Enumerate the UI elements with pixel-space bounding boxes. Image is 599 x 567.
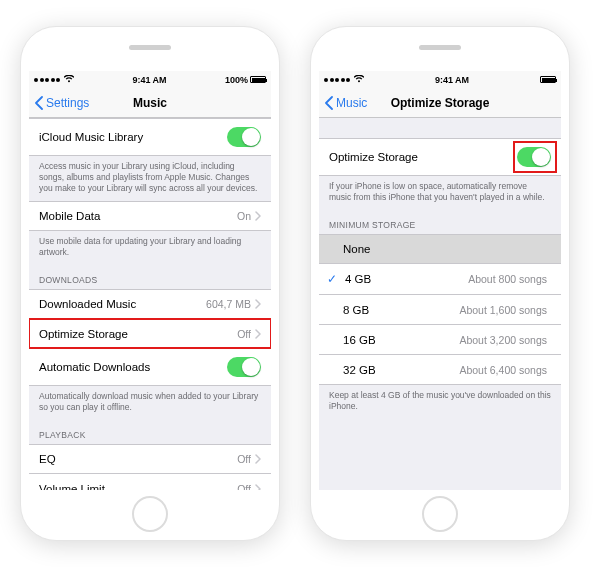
option-size: 4 GB	[345, 273, 468, 285]
home-button[interactable]	[422, 496, 458, 532]
hint-auto-dl: Automatically download music when added …	[29, 386, 271, 420]
chevron-right-icon	[255, 299, 261, 309]
option-size: 32 GB	[343, 364, 459, 376]
option-size: 16 GB	[343, 334, 459, 346]
row-optimize-storage[interactable]: Optimize Storage Off	[29, 319, 271, 349]
option-songs: About 6,400 songs	[459, 364, 547, 376]
row-optimize-toggle[interactable]: Optimize Storage	[319, 138, 561, 176]
wifi-icon	[354, 75, 364, 85]
row-label: Optimize Storage	[329, 151, 517, 163]
option-songs: About 3,200 songs	[459, 334, 547, 346]
row-value: Off	[237, 453, 251, 465]
row-label: Automatic Downloads	[39, 361, 227, 373]
option-size: None	[343, 243, 551, 255]
battery-pct: 100%	[225, 75, 248, 85]
phone-right: 9:41 AM Music Optimize Storage Optimize …	[310, 26, 570, 541]
option-16gb[interactable]: 16 GB About 3,200 songs	[319, 325, 561, 355]
toggle-icloud-music[interactable]	[227, 127, 261, 147]
back-button[interactable]: Music	[325, 96, 367, 110]
footer-note: Keep at least 4 GB of the music you've d…	[319, 385, 561, 419]
phone-left: 9:41 AM 100% Settings Music iCloud Music…	[20, 26, 280, 541]
row-label: EQ	[39, 453, 237, 465]
row-automatic-downloads[interactable]: Automatic Downloads	[29, 349, 271, 386]
option-songs: About 1,600 songs	[459, 304, 547, 316]
option-8gb[interactable]: 8 GB About 1,600 songs	[319, 295, 561, 325]
status-bar: 9:41 AM	[319, 71, 561, 88]
hint-optimize: If your iPhone is low on space, automati…	[319, 176, 561, 210]
section-minimum-storage: MINIMUM STORAGE	[319, 210, 561, 234]
row-label: Optimize Storage	[39, 328, 237, 340]
row-eq[interactable]: EQ Off	[29, 444, 271, 474]
nav-bar: Music Optimize Storage	[319, 88, 561, 118]
row-downloaded-music[interactable]: Downloaded Music 604,7 MB	[29, 289, 271, 319]
battery-indicator: 100%	[225, 75, 266, 85]
section-downloads: DOWNLOADS	[29, 265, 271, 289]
hint-mobile-data: Use mobile data for updating your Librar…	[29, 231, 271, 265]
row-label: Downloaded Music	[39, 298, 206, 310]
back-label: Settings	[46, 96, 89, 110]
status-time: 9:41 AM	[364, 75, 540, 85]
toggle-optimize-storage[interactable]	[517, 147, 551, 167]
hint-icloud: Access music in your Library using iClou…	[29, 156, 271, 201]
chevron-right-icon	[255, 484, 261, 490]
option-songs: About 800 songs	[468, 273, 547, 285]
row-mobile-data[interactable]: Mobile Data On	[29, 201, 271, 231]
row-value: Off	[237, 328, 251, 340]
back-label: Music	[336, 96, 367, 110]
phone-speaker	[419, 45, 461, 50]
option-none[interactable]: None	[319, 234, 561, 264]
status-time: 9:41 AM	[74, 75, 225, 85]
row-icloud-music-library[interactable]: iCloud Music Library	[29, 118, 271, 156]
optimize-content: Optimize Storage If your iPhone is low o…	[319, 118, 561, 490]
row-label: iCloud Music Library	[39, 131, 227, 143]
row-volume-limit[interactable]: Volume Limit Off	[29, 474, 271, 490]
status-bar: 9:41 AM 100%	[29, 71, 271, 88]
row-value: 604,7 MB	[206, 298, 251, 310]
chevron-right-icon	[255, 454, 261, 464]
settings-content: iCloud Music Library Access music in you…	[29, 118, 271, 490]
toggle-automatic-downloads[interactable]	[227, 357, 261, 377]
option-size: 8 GB	[343, 304, 459, 316]
section-playback: PLAYBACK	[29, 420, 271, 444]
row-value: On	[237, 210, 251, 222]
screen-left: 9:41 AM 100% Settings Music iCloud Music…	[29, 71, 271, 490]
signal-icon	[34, 78, 60, 82]
chevron-right-icon	[255, 211, 261, 221]
back-button[interactable]: Settings	[35, 96, 89, 110]
battery-indicator	[540, 76, 556, 83]
row-label: Volume Limit	[39, 483, 237, 490]
option-32gb[interactable]: 32 GB About 6,400 songs	[319, 355, 561, 385]
option-4gb[interactable]: ✓ 4 GB About 800 songs	[319, 264, 561, 295]
nav-bar: Settings Music	[29, 88, 271, 118]
wifi-icon	[64, 75, 74, 85]
checkmark-icon: ✓	[327, 272, 341, 286]
phone-speaker	[129, 45, 171, 50]
chevron-right-icon	[255, 329, 261, 339]
row-label: Mobile Data	[39, 210, 237, 222]
row-value: Off	[237, 483, 251, 490]
home-button[interactable]	[132, 496, 168, 532]
screen-right: 9:41 AM Music Optimize Storage Optimize …	[319, 71, 561, 490]
signal-icon	[324, 78, 350, 82]
